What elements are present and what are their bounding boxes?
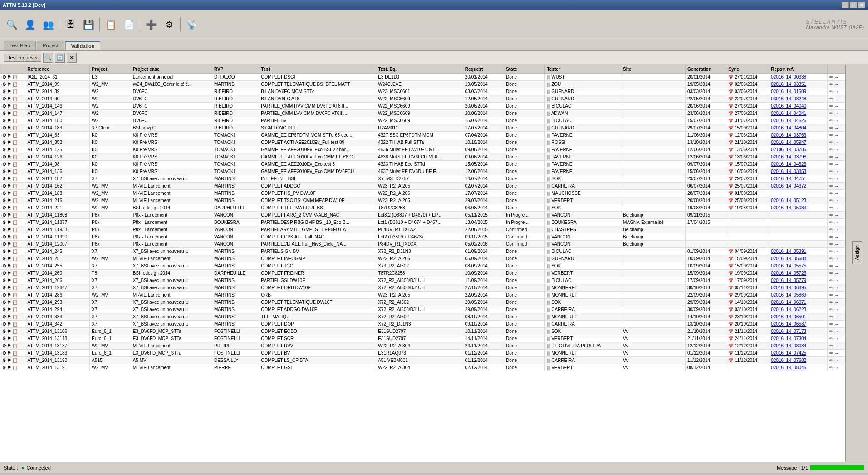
gear-icon[interactable]: ⚙ [2,220,6,225]
report-link[interactable]: 02106_14_03785 [771,147,806,152]
flag-icon[interactable]: ⚑ [7,329,11,334]
row-report[interactable]: 02016_14_05391 [769,248,828,255]
flag-icon[interactable]: ⚑ [7,358,11,363]
table-row[interactable]: ⚙⚑📋ATTM_2014_146W2DV6FCRIBEIROPARTIEL_CM… [0,103,845,110]
flag-icon[interactable]: ⚑ [7,154,11,159]
gear-icon[interactable]: ⚙ [2,162,6,167]
edit-icon[interactable]: ✏ [829,263,833,268]
edit-icon[interactable]: ✏ [829,140,833,145]
doc-icon[interactable]: 📋 [12,322,18,327]
gear-icon[interactable]: ⚙ [2,213,6,218]
row-action-icons[interactable]: ✏→ [828,277,845,284]
doc-icon[interactable]: 📋 [12,82,18,87]
table-row[interactable]: ⚙⚑📋ATTM_2014_11808P8xP8x - LancementVANC… [0,212,845,219]
edit-icon[interactable]: ✏ [829,365,833,370]
arrow-icon[interactable]: → [834,220,839,225]
flag-icon[interactable]: ⚑ [7,271,11,276]
report-link[interactable]: 02016_14_04804 [771,125,806,130]
row-report[interactable]: 02016_14_00338 [769,74,828,81]
row-action-icons[interactable]: ✏→ [828,350,845,357]
row-report[interactable]: 02016_14_04751 [769,175,828,183]
row-report[interactable]: 02016_14_05123 [769,197,828,204]
row-report[interactable]: 02016_14_05688 [769,255,828,262]
row-action-icons[interactable]: ✏→ [828,299,845,306]
row-report[interactable]: 02016_14_03351 [769,81,828,88]
row-report[interactable]: 02016_14_05575 [769,262,828,270]
row-action-icons[interactable]: ✏→ [828,168,845,175]
close-button[interactable]: ✕ [858,2,865,8]
table-row[interactable]: ⚙⚑📋ATTM_2014_162W2_MVMI-VIE LancementMAR… [0,183,845,190]
doc-icon[interactable]: 📋 [12,111,18,116]
flag-icon[interactable]: ⚑ [7,147,11,152]
doc-icon[interactable]: 📋 [12,314,18,319]
report-link[interactable]: 02016_14_04523 [771,162,806,167]
row-action-icons[interactable]: ✏→ [828,146,845,153]
flag-icon[interactable]: ⚑ [7,314,11,319]
gear-icon[interactable]: ⚙ [2,234,6,239]
gear-icon[interactable]: ⚙ [2,96,6,101]
arrow-icon[interactable]: → [834,213,839,218]
gear-icon[interactable]: ⚙ [2,147,6,152]
report-link[interactable]: 02016_14_05575 [771,263,806,268]
database-toolbar-icon[interactable]: 🗄 [62,16,78,33]
edit-icon[interactable]: ✏ [829,82,833,87]
row-action-icons[interactable]: ✏→ [828,241,845,248]
row-icons[interactable]: ⚙⚑📋 [0,95,25,103]
row-report[interactable]: 02016_14_04523 [769,161,828,168]
flag-icon[interactable]: ⚑ [7,96,11,101]
report-toolbar-icon[interactable]: 📄 [121,16,137,33]
col-tester-header[interactable]: Tester [545,65,621,74]
doc-icon[interactable]: 📋 [12,343,18,348]
edit-icon[interactable]: ✏ [829,300,833,305]
doc-icon[interactable]: 📋 [12,213,18,218]
row-icons[interactable]: ⚙⚑📋 [0,132,25,139]
gear-icon[interactable]: ⚙ [2,263,6,268]
table-row[interactable]: ⚙⚑📋ATTM_2014_126K0K0 Pré VRSTOMACKIGAMME… [0,153,845,161]
tab-validation[interactable]: Validation [65,41,101,50]
report-link[interactable]: 02016_14_05123 [771,198,806,203]
table-row[interactable]: ⚙⚑📋ATTM_2014_13183Euro_6_1E3_DV6FD_MCP_S… [0,350,845,357]
arrow-icon[interactable]: → [834,314,839,319]
row-report[interactable]: 02016_14_05083 [769,204,828,212]
report-link[interactable]: 02016_14_03853 [771,169,806,174]
row-action-icons[interactable]: ✏→ [828,226,845,233]
row-report[interactable]: 02016_14_07304 [769,335,828,342]
doc-icon[interactable]: 📋 [12,292,18,297]
document-toolbar-icon[interactable]: 📋 [103,16,119,33]
col-reference-header[interactable]: Reference [25,65,90,74]
flag-icon[interactable]: ⚑ [7,176,11,181]
gear-icon[interactable]: ⚙ [2,365,6,370]
report-link[interactable]: 02016_14_05083 [771,205,806,210]
row-report[interactable]: 02016_14_03798 [769,153,828,161]
table-row[interactable]: ⚙⚑📋ATTM_2014_251W2_MVMI-VIE LancementMAR… [0,255,845,262]
row-action-icons[interactable]: ✏→ [828,103,845,110]
gear-icon[interactable]: ⚙ [2,227,6,232]
row-action-icons[interactable]: ✏→ [828,132,845,139]
report-link[interactable]: 02016_14_05779 [771,278,806,283]
arrow-icon[interactable]: → [834,162,839,167]
doc-icon[interactable]: 📋 [12,285,18,290]
row-action-icons[interactable]: ✏→ [828,153,845,161]
row-action-icons[interactable]: ✏→ [828,284,845,292]
flag-icon[interactable]: ⚑ [7,365,11,370]
table-row[interactable]: ⚙⚑📋ATTM_2014_260T8BSI redesign 2014DARPH… [0,270,845,277]
table-row[interactable]: ⚙⚑📋ATTM_2014_13106Euro_6_1E3_DV6FD_MCP_S… [0,328,845,335]
doc-icon[interactable]: 📋 [12,256,18,261]
row-report[interactable]: 02016_14_05726 [769,270,828,277]
row-report[interactable]: 02016_14_05779 [769,277,828,284]
doc-icon[interactable]: 📋 [12,140,18,145]
report-link[interactable]: 02016_14_03763 [771,133,806,138]
flag-icon[interactable]: ⚑ [7,227,11,232]
gear-icon[interactable]: ⚙ [2,300,6,305]
table-row[interactable]: ⚙⚑📋ATTM_2014_342X7X7_BSI avec un nouveau… [0,321,845,328]
row-action-icons[interactable]: ✏→ [828,88,845,95]
table-row[interactable]: ⚙⚑📋ATTM_2014_39W2DV6FCRIBEIROBILAN DV6FC… [0,88,845,95]
tab-test-plan[interactable]: Test Plan [4,41,36,50]
doc-icon[interactable]: 📋 [12,227,18,232]
table-row[interactable]: ⚙⚑📋IA2E_2014_31E3Lancement principalDI F… [0,74,845,81]
arrow-icon[interactable]: → [834,358,839,363]
arrow-icon[interactable]: → [834,242,839,247]
edit-icon[interactable]: ✏ [829,256,833,261]
doc-icon[interactable]: 📋 [12,234,18,239]
flag-icon[interactable]: ⚑ [7,336,11,341]
